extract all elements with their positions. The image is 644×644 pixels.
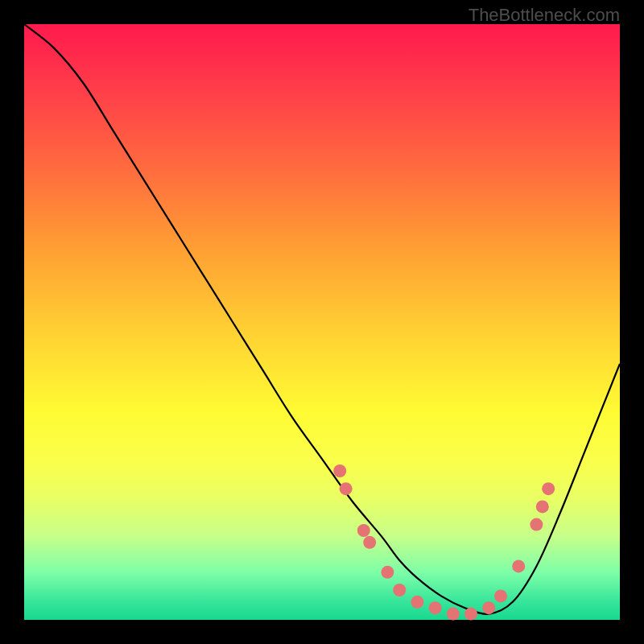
data-marker <box>411 596 423 609</box>
data-marker <box>512 559 525 572</box>
data-marker <box>536 500 549 513</box>
data-marker <box>340 482 353 495</box>
data-marker <box>530 518 543 531</box>
data-marker <box>381 566 394 579</box>
data-marker <box>357 524 370 537</box>
attribution-text: TheBottleneck.com <box>469 5 620 26</box>
data-marker <box>464 608 477 621</box>
data-marker <box>542 482 555 495</box>
plot-area <box>24 24 620 620</box>
data-marker <box>333 464 346 477</box>
chart-frame: TheBottleneck.com <box>0 0 644 644</box>
data-marker <box>494 589 507 602</box>
data-marker <box>429 601 442 614</box>
data-marker <box>482 601 495 614</box>
data-marker <box>363 536 376 549</box>
data-marker <box>447 608 460 621</box>
curve-svg <box>24 24 620 620</box>
data-marker <box>393 584 406 597</box>
